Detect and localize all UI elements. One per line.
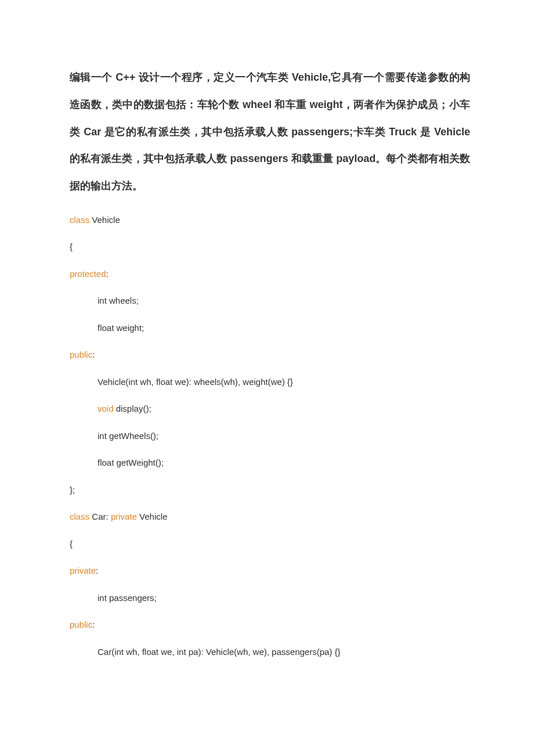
code-text: Car: — [89, 512, 111, 521]
keyword-void: void — [98, 404, 114, 413]
code-text: : — [92, 350, 95, 359]
keyword-public: public — [70, 350, 92, 359]
code-line: protected: — [70, 268, 470, 281]
code-line: class Vehicle — [70, 214, 470, 227]
code-line: int passengers; — [70, 592, 470, 605]
code-line: { — [70, 240, 470, 254]
keyword-class: class — [70, 215, 89, 225]
code-line: }; — [70, 484, 470, 497]
code-line: public: — [70, 618, 470, 632]
code-text: : — [106, 269, 109, 279]
keyword-protected: protected — [70, 269, 106, 279]
code-line: int wheels; — [70, 294, 470, 308]
code-line: int getWheels(); — [70, 430, 470, 443]
keyword-private: private — [111, 512, 137, 521]
code-text: display(); — [114, 404, 151, 413]
code-line: Car(int wh, float we, int pa): Vehicle(w… — [70, 646, 470, 659]
code-text: : — [96, 566, 98, 575]
keyword-class: class — [70, 512, 89, 521]
code-line: public: — [70, 348, 470, 362]
code-line: Vehicle(int wh, float we): wheels(wh), w… — [70, 376, 470, 389]
code-text: Vehicle — [89, 215, 120, 225]
problem-title: 编辑一个 C++ 设计一个程序，定义一个汽车类 Vehicle,它具有一个需要传… — [70, 64, 470, 200]
document-page: 编辑一个 C++ 设计一个程序，定义一个汽车类 Vehicle,它具有一个需要传… — [0, 0, 534, 756]
keyword-public: public — [70, 620, 92, 629]
code-line: private: — [70, 564, 470, 578]
code-text: Vehicle — [137, 512, 168, 521]
code-line: void display(); — [70, 402, 470, 416]
code-line: { — [70, 538, 470, 551]
code-line: float getWeight(); — [70, 456, 470, 470]
code-text: : — [92, 620, 95, 629]
keyword-private: private — [70, 566, 96, 575]
code-line: float weight; — [70, 322, 470, 335]
code-line: class Car: private Vehicle — [70, 510, 470, 524]
